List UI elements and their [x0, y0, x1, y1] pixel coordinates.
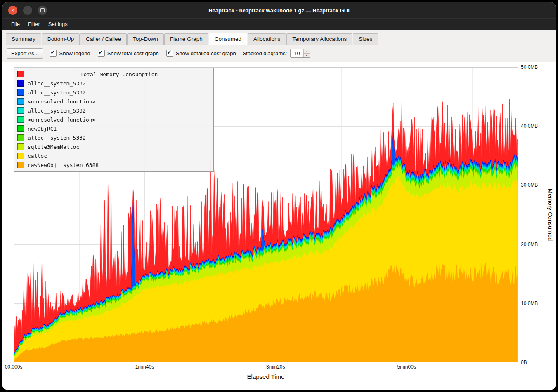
y-axis: 0B10,0MB20,0MB30,0MB40,0MB50,0MB — [518, 67, 544, 362]
window-title: Heaptrack - heaptrack.wakunode.1.gz — He… — [2, 7, 556, 14]
checkbox-label: Show detailed cost graph — [176, 50, 236, 56]
tab-bottom-up[interactable]: Bottom-Up — [42, 33, 80, 45]
legend-label: <unresolved function> — [28, 117, 95, 123]
minimize-button[interactable]: – — [23, 6, 32, 15]
x-tick-label: 1min40s — [135, 364, 154, 370]
y-tick-label: 20,0MB — [521, 242, 538, 247]
chart-legend: Total Memory Consumptionalloc__system_53… — [14, 68, 214, 172]
legend-item: <unresolved function> — [17, 97, 210, 106]
x-axis: 00.000s1min40s3min20s5min00s — [14, 362, 518, 371]
y-axis-title: Memory Consumed — [544, 67, 556, 362]
legend-swatch — [17, 153, 24, 159]
close-button[interactable]: × — [8, 6, 17, 15]
x-tick-label: 00.000s — [5, 364, 23, 370]
app-window: Heaptrack - heaptrack.wakunode.1.gz — He… — [2, 2, 556, 390]
legend-label: <unresolved function> — [28, 99, 95, 105]
tab-allocations[interactable]: Allocations — [248, 33, 286, 45]
checkbox-box[interactable] — [166, 50, 173, 57]
spin-down-button[interactable]: ▼ — [304, 54, 310, 57]
stacked-diagrams-value: 10 — [291, 49, 303, 57]
checkbox-box[interactable] — [98, 50, 105, 57]
tab-summary[interactable]: Summary — [6, 33, 41, 45]
tab-top-down[interactable]: Top-Down — [127, 33, 164, 45]
spinbox-buttons: ▲ ▼ — [303, 49, 310, 57]
toolbar-checkboxes: Show legendShow total cost graphShow det… — [50, 50, 236, 57]
plot-row: Total Memory Consumptionalloc__system_53… — [14, 67, 556, 362]
legend-total-swatch — [17, 71, 24, 77]
legend-swatch — [17, 162, 24, 168]
close-icon: × — [12, 8, 14, 13]
x-tick-label: 3min20s — [266, 364, 285, 370]
menu-settings[interactable]: Settings — [45, 20, 71, 28]
y-axis-title-text: Memory Consumed — [547, 189, 553, 241]
show-legend-checkbox[interactable]: Show legend — [50, 50, 90, 57]
tab-sizes[interactable]: Sizes — [353, 33, 378, 45]
menu-filter[interactable]: Filter — [24, 20, 44, 28]
legend-item: alloc__system_5332 — [17, 79, 210, 88]
checkbox-label: Show legend — [59, 50, 90, 56]
checkbox-label: Show total cost graph — [107, 50, 159, 56]
tab-flame-graph[interactable]: Flame Graph — [164, 33, 208, 45]
legend-swatch — [17, 125, 24, 132]
legend-label: newObjRC1 — [28, 126, 57, 132]
window-controls: × – — [8, 6, 47, 15]
chart-widget: Total Memory Consumptionalloc__system_53… — [2, 62, 556, 390]
show-total-cost-graph-checkbox[interactable]: Show total cost graph — [98, 50, 159, 57]
legend-swatch — [17, 89, 24, 96]
legend-title-row: Total Memory Consumption — [17, 70, 210, 79]
plot-area: Total Memory Consumptionalloc__system_53… — [14, 67, 518, 362]
show-detailed-cost-graph-checkbox[interactable]: Show detailed cost graph — [166, 50, 236, 57]
legend-swatch — [17, 107, 24, 114]
legend-item: calloc — [17, 151, 210, 160]
legend-item: rawNewObj__system_6388 — [17, 160, 210, 169]
tab-caller-callee[interactable]: Caller / Callee — [80, 33, 127, 45]
y-tick-label: 30,0MB — [521, 182, 538, 188]
menu-file[interactable]: File — [7, 20, 24, 28]
y-tick-label: 50,0MB — [521, 64, 538, 70]
minimize-icon: – — [26, 8, 29, 13]
y-tick-label: 40,0MB — [521, 123, 538, 129]
tab-consumed[interactable]: Consumed — [209, 33, 247, 45]
y-tick-label: 10,0MB — [521, 300, 538, 306]
stacked-diagrams-label: Stacked diagrams: — [243, 50, 287, 56]
legend-label: calloc — [28, 153, 47, 159]
stacked-diagrams-spinbox[interactable]: 10 ▲ ▼ — [290, 49, 310, 58]
titlebar: Heaptrack - heaptrack.wakunode.1.gz — He… — [2, 2, 556, 18]
legend-label: alloc__system_5332 — [28, 89, 86, 96]
maximize-button[interactable] — [38, 6, 47, 15]
x-tick-label: 5min00s — [397, 364, 416, 370]
legend-swatch — [17, 98, 24, 105]
legend-item: alloc__system_5332 — [17, 88, 210, 97]
menubar: FileFilterSettings — [2, 18, 556, 30]
tab-bar: SummaryBottom-UpCaller / CalleeTop-DownF… — [2, 30, 556, 45]
x-axis-title: Elapsed Time — [14, 371, 518, 383]
legend-item: newObjRC1 — [17, 124, 210, 133]
legend-swatch — [17, 80, 24, 87]
toolbar: Export As... Show legendShow total cost … — [2, 45, 556, 62]
legend-label: alloc__system_5332 — [28, 108, 86, 114]
legend-label: sqlite3MemMalloc — [28, 144, 79, 150]
legend-title: Total Memory Consumption — [28, 71, 210, 77]
spin-up-button[interactable]: ▲ — [304, 49, 310, 54]
legend-item: alloc__system_5332 — [17, 133, 210, 142]
legend-item: <unresolved function> — [17, 115, 210, 124]
legend-label: alloc__system_5332 — [28, 135, 86, 141]
legend-item: alloc__system_5332 — [17, 106, 210, 115]
legend-swatch — [17, 116, 24, 123]
export-as-button[interactable]: Export As... — [7, 48, 43, 59]
legend-swatch — [17, 134, 24, 141]
y-tick-label: 0B — [521, 359, 527, 365]
legend-label: rawNewObj__system_6388 — [28, 162, 99, 168]
legend-swatch — [17, 143, 24, 150]
tab-temporary-allocations[interactable]: Temporary Allocations — [286, 33, 352, 45]
maximize-icon — [40, 8, 45, 12]
checkbox-box[interactable] — [50, 50, 57, 57]
stacked-diagrams-group: Stacked diagrams: 10 ▲ ▼ — [243, 49, 310, 58]
legend-label: alloc__system_5332 — [28, 80, 86, 87]
legend-item: sqlite3MemMalloc — [17, 142, 210, 151]
